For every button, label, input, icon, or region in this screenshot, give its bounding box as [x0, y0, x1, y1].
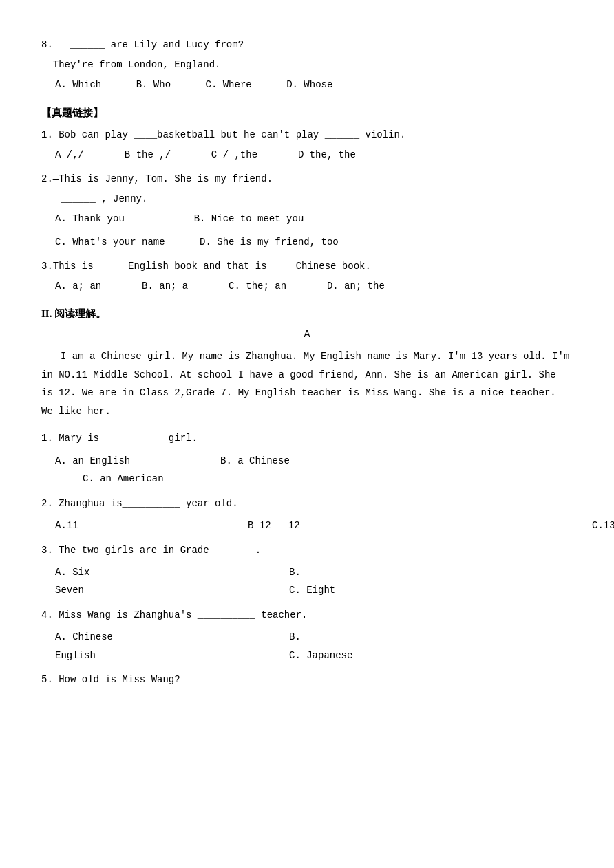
section-true-title: 【真题链接】	[41, 107, 573, 120]
q8-optA: A. Which	[55, 79, 101, 90]
r1-optB: B. a Chinese	[220, 452, 358, 470]
r3-optA: A. Six	[55, 563, 262, 582]
r2-optA: A.11	[55, 517, 193, 535]
q8-optC: C. Where	[205, 79, 251, 90]
t1-optA: A /,/	[55, 149, 84, 160]
r2-options: A.11 B 12 12 C.13	[55, 517, 573, 535]
q8-optD: D. Whose	[286, 79, 332, 90]
r5-question: 5. How old is Miss Wang?	[41, 671, 573, 688]
reading-q3: 3. The two girls are in Grade________. A…	[41, 542, 573, 600]
t1-optC: C / ,the	[211, 149, 257, 160]
r1-optC: C. an American	[83, 470, 573, 488]
t3-options: A. a; an B. an; a C. the; an D. an; the	[55, 278, 573, 295]
reading-q4: 4. Miss Wang is Zhanghua's __________ te…	[41, 607, 573, 664]
t2-optD: D. She is my friend, too	[200, 237, 339, 248]
t3-optB: B. an; a	[142, 281, 188, 292]
r1-question: 1. Mary is __________ girl.	[41, 430, 573, 447]
t2-dialogue: —______ , Jenny.	[55, 191, 573, 208]
q8-dialogue: — They're from London, England.	[41, 56, 573, 74]
r1-optA: A. an English	[55, 452, 193, 470]
true-q1: 1. Bob can play ____basketball but he ca…	[41, 127, 573, 164]
r3-question: 3. The two girls are in Grade________.	[41, 542, 573, 559]
question-8: 8. — ______ are Lily and Lucy from? — Th…	[41, 36, 573, 94]
r3-optB2: Seven	[55, 581, 262, 600]
true-q2: 2.—This is Jenny, Tom. She is my friend.…	[41, 171, 573, 251]
t2-options-cd: C. What's your name D. She is my friend,…	[55, 234, 573, 251]
r2-question: 2. Zhanghua is__________ year old.	[41, 495, 573, 512]
t1-options: A /,/ B the ,/ C / ,the D the, the	[55, 147, 573, 164]
r3-row2: Seven C. Eight	[55, 581, 573, 600]
r4-row1: A. Chinese B.	[55, 628, 573, 647]
reading-q5: 5. How old is Miss Wang?	[41, 671, 573, 688]
t2-options-ab: A. Thank you B. Nice to meet you	[55, 210, 573, 228]
top-divider	[41, 21, 573, 21]
t1-optD: D the, the	[298, 149, 356, 160]
t2-optC: C. What's your name	[55, 237, 165, 248]
r3-optB: B.	[289, 563, 301, 582]
page: 8. — ______ are Lily and Lucy from? — Th…	[0, 0, 614, 868]
t3-optC: C. the; an	[229, 281, 286, 292]
r4-optB2: English	[55, 647, 262, 665]
t2-optB: B. Nice to meet you	[194, 213, 304, 224]
r4-options: A. Chinese B. English C. Japanese	[55, 628, 573, 664]
r3-optC: C. Eight	[289, 581, 335, 600]
true-q3: 3.This is ____ English book and that is …	[41, 258, 573, 295]
reading-q1: 1. Mary is __________ girl. A. an Englis…	[41, 430, 573, 488]
passage-a-text: I am a Chinese girl. My name is Zhanghua…	[41, 347, 573, 420]
section-II-title: II. 阅读理解。	[41, 307, 573, 321]
r4-optC: C. Japanese	[289, 647, 352, 665]
r2-optC: C.13	[454, 517, 614, 535]
r4-row2: English C. Japanese	[55, 647, 573, 665]
q8-options: A. Which B. Who C. Where D. Whose	[55, 76, 573, 94]
t3-optA: A. a; an	[55, 281, 101, 292]
t3-text: 3.This is ____ English book and that is …	[41, 258, 573, 275]
r3-row1: A. Six B.	[55, 563, 573, 582]
reading-q2: 2. Zhanghua is__________ year old. A.11 …	[41, 495, 573, 535]
r4-optA: A. Chinese	[55, 628, 262, 647]
passage-a-title: A	[41, 329, 573, 340]
t3-optD: D. an; the	[327, 281, 385, 292]
r4-question: 4. Miss Wang is Zhanghua's __________ te…	[41, 607, 573, 624]
r2-row1: A.11 B 12 12 C.13	[55, 517, 573, 535]
r2-optB: B 12 12	[220, 517, 358, 535]
r3-options: A. Six B. Seven C. Eight	[55, 563, 573, 600]
r1-row1: A. an English B. a Chinese	[55, 452, 573, 470]
t1-optB: B the ,/	[125, 149, 171, 160]
r1-options: A. an English B. a Chinese C. an America…	[55, 452, 573, 488]
t2-text: 2.—This is Jenny, Tom. She is my friend.	[41, 171, 573, 188]
q8-text: 8. — ______ are Lily and Lucy from?	[41, 36, 573, 54]
t1-text: 1. Bob can play ____basketball but he ca…	[41, 127, 573, 144]
q8-optB: B. Who	[136, 79, 171, 90]
t2-optA: A. Thank you	[55, 213, 125, 224]
r4-optB: B.	[289, 628, 301, 647]
